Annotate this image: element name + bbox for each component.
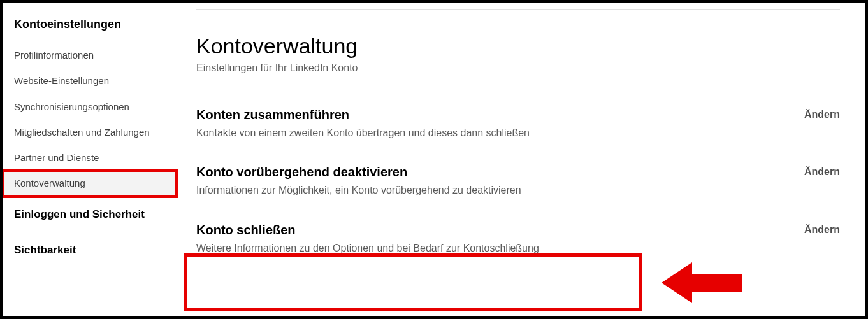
sidebar-item-label: Website-Einstellungen	[14, 75, 109, 86]
sidebar-item-partners-services[interactable]: Partner und Dienste	[3, 145, 177, 171]
page-title: Kontoverwaltung	[196, 34, 840, 59]
sidebar-group-account-settings: Kontoeinstellungen	[3, 18, 177, 43]
sidebar-group-login-security[interactable]: Einloggen und Sicherheit	[3, 197, 177, 227]
change-link[interactable]: Ändern	[792, 223, 840, 236]
sidebar-item-profile-info[interactable]: Profilinformationen	[3, 43, 177, 68]
setting-desc: Weitere Informationen zu den Optionen un…	[196, 241, 792, 255]
setting-text: Konten zusammenführen Kontakte von einem…	[196, 108, 792, 140]
setting-title: Konto schließen	[196, 223, 792, 237]
setting-text: Konto vorübergehend deaktivieren Informa…	[196, 165, 792, 197]
page-subtitle: Einstellungen für Ihr LinkedIn Konto	[196, 62, 840, 74]
setting-row-merge-accounts[interactable]: Konten zusammenführen Kontakte von einem…	[196, 96, 840, 153]
setting-desc: Kontakte von einem zweiten Konto übertra…	[196, 126, 792, 140]
sidebar-group-visibility[interactable]: Sichtbarkeit	[3, 227, 177, 263]
sidebar-item-label: Profilinformationen	[14, 50, 94, 60]
sidebar-item-account-management[interactable]: Kontoverwaltung	[3, 171, 177, 196]
sidebar-item-memberships-payments[interactable]: Mitgliedschaften und Zahlungen	[3, 120, 177, 145]
change-link[interactable]: Ändern	[792, 165, 840, 178]
sidebar-item-label: Kontoverwaltung	[14, 178, 85, 188]
sidebar-item-label: Synchronisierungsoptionen	[14, 101, 129, 112]
annotation-arrow-icon	[662, 257, 744, 308]
sidebar-item-label: Partner und Dienste	[14, 152, 99, 163]
sidebar-item-label: Mitgliedschaften und Zahlungen	[14, 127, 150, 138]
setting-title: Konto vorübergehend deaktivieren	[196, 165, 792, 180]
setting-title: Konten zusammenführen	[196, 108, 792, 122]
sidebar-item-site-settings[interactable]: Website-Einstellungen	[3, 68, 177, 94]
setting-row-hibernate-account[interactable]: Konto vorübergehend deaktivieren Informa…	[196, 153, 840, 210]
settings-main: Kontoverwaltung Einstellungen für Ihr Li…	[177, 3, 865, 316]
setting-text: Konto schließen Weitere Informationen zu…	[196, 223, 792, 255]
setting-desc: Informationen zur Möglichkeit, ein Konto…	[196, 183, 792, 197]
settings-sidebar: Kontoeinstellungen Profilinformationen W…	[3, 3, 177, 316]
top-divider	[196, 9, 840, 10]
change-link[interactable]: Ändern	[792, 108, 840, 120]
sidebar-item-sync-options[interactable]: Synchronisierungsoptionen	[3, 94, 177, 120]
svg-marker-0	[662, 262, 742, 303]
